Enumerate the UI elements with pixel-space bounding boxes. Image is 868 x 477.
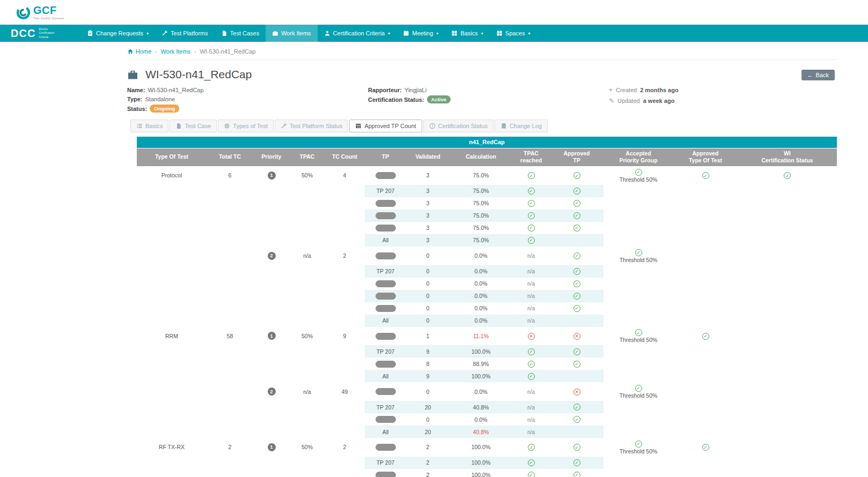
cell-wi-certification-status [738,290,837,302]
cell-tpac [290,210,325,222]
cell-calculation: 40.8% [450,401,512,413]
cell-tc-count [325,370,365,382]
nav-menu: Change Requests▾Test PlatformsTest Cases… [80,25,537,42]
threshold-label: Threshold 50% [605,392,672,399]
cell-tp: All [365,315,406,327]
cell-approved-tp [550,426,604,438]
clipboard-check-icon [87,30,93,36]
nav-item-certification-criteria[interactable]: Certification Criteria▾ [318,25,397,42]
status-badge: Ongoing [150,105,179,113]
cell-total-tc [207,265,253,278]
nav-item-test-platforms[interactable]: Test Platforms [155,25,215,42]
cell-priority: 2 [253,382,290,401]
cell-approved-type-of-test [673,315,738,327]
check-circle-icon: ✓ [528,200,535,207]
check-circle-icon: ✓ [573,348,580,355]
cell-priority: 1 [253,166,290,185]
table-icon [355,123,362,129]
cell-approved-type-of-test [673,401,738,413]
cell-tpac-reached: ✓ [512,357,550,370]
tab-label: Change Log [510,123,542,129]
nav-item-meeting[interactable]: Meeting▾ [396,25,445,42]
table-row: All9100.0%✓ [137,370,837,382]
nav-item-change-requests[interactable]: Change Requests▾ [80,25,155,42]
updated-label: Updated [617,98,640,104]
check-circle-icon: ✓ [573,268,580,275]
cell-validated: 20 [406,401,450,413]
na-text: n/a [527,429,535,435]
check-circle-icon: ✓ [784,172,791,179]
check-circle-icon: ✓ [573,404,580,411]
cell-validated: 0 [406,278,450,290]
wrench-icon [161,30,168,36]
cell-priority [253,210,290,222]
breadcrumb-link-home[interactable]: Home [127,48,151,55]
column-header-tpac-reached: TPACreached [512,148,550,166]
redacted-tp-pill [376,225,396,232]
cell-tc-count [325,290,365,302]
created-value: 2 months ago [640,87,679,93]
cell-tp [365,382,406,401]
cell-approved-type-of-test [673,457,738,469]
tab-certification-status[interactable]: Certification Status [423,120,494,132]
cross-circle-icon: ✕ [528,333,535,340]
cell-validated: 0 [406,382,450,401]
nav-item-work-items[interactable]: Work Items [266,25,317,42]
cell-priority [253,278,290,290]
check-circle-icon: ✓ [528,172,535,179]
cell-tpac [290,426,325,438]
cell-approved-tp: ✓ [550,210,604,222]
cell-tpac-reached: ✓ [512,438,550,457]
updated-value: a week ago [643,98,675,104]
briefcase-icon [272,30,278,36]
back-button[interactable]: ← Back [801,70,835,80]
breadcrumb-link-work-items[interactable]: Work Items [161,48,190,55]
cell-tpac [290,278,325,290]
gears-icon [224,123,230,129]
cell-tc-count [325,185,365,197]
pencil-icon: ✎ [609,97,614,105]
cell-approved-tp: ✓ [550,278,604,290]
cell-type-of-test [137,197,207,210]
cell-tpac [290,302,325,315]
cell-wi-certification-status [738,357,837,370]
cell-tp [365,222,406,234]
nav-item-test-cases[interactable]: Test Cases [215,25,266,42]
tab-basics[interactable]: Basics [130,120,168,132]
home-icon [127,48,134,55]
cell-type-of-test [137,278,207,290]
cell-validated: 9 [406,370,450,382]
cell-priority [253,401,290,413]
column-header-wi-certification-status: WICertification Status [738,148,837,166]
cell-priority [253,265,290,278]
caret-down-icon: ▾ [436,31,438,36]
cell-validated: 8 [406,357,450,370]
na-text: n/a [527,417,535,423]
redacted-tp-pill [376,252,396,259]
cell-approved-type-of-test [673,413,738,426]
cell-accepted-priority-group [604,401,673,413]
cell-wi-certification-status [738,302,837,315]
cell-tp: All [365,370,406,382]
cell-approved-tp: ✓ [550,166,604,185]
tab-types-of-test[interactable]: Types of Test [218,120,274,132]
tab-approved-tp-count[interactable]: Approved TP Count [349,120,422,132]
cell-tpac-reached: ✓ [512,210,550,222]
cell-accepted-priority-group: ✓Threshold 50% [604,327,673,346]
check-circle-icon: ✓ [635,385,642,392]
caret-down-icon: ▾ [481,31,483,36]
cell-total-tc [207,370,253,382]
tab-change-log[interactable]: Change Log [495,120,548,132]
nav-item-spaces[interactable]: Spaces▾ [490,25,537,42]
cell-tpac [290,345,325,357]
tab-test-platform-status[interactable]: Test Platform Status [275,120,348,132]
cell-accepted-priority-group [604,234,673,247]
cell-total-tc: 58 [207,327,253,346]
tab-test-case[interactable]: Test Case [170,120,217,132]
check-circle-icon: ✓ [573,416,580,423]
nav-item-basics[interactable]: Basics▾ [445,25,489,42]
cell-type-of-test: RRM [137,327,207,346]
cell-accepted-priority-group [604,185,673,197]
cell-tpac-reached: ✓ [512,185,550,197]
table-row: All375.0%✓ [137,234,837,247]
